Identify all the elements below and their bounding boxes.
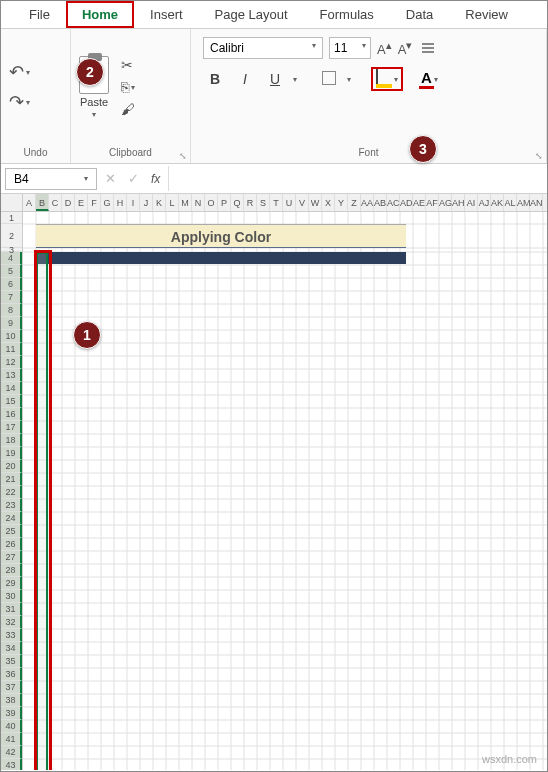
col-header-AN[interactable]: AN — [530, 194, 543, 211]
row-header-40[interactable]: 40 — [1, 720, 22, 733]
undo-button[interactable]: ↶▾ — [9, 61, 30, 83]
col-header-AE[interactable]: AE — [413, 194, 426, 211]
row-header-37[interactable]: 37 — [1, 681, 22, 694]
row-header-7[interactable]: 7 — [1, 291, 22, 304]
row-header-12[interactable]: 12 — [1, 356, 22, 369]
col-header-V[interactable]: V — [296, 194, 309, 211]
col-header-C[interactable]: C — [49, 194, 62, 211]
col-header-AF[interactable]: AF — [426, 194, 439, 211]
row-header-43[interactable]: 43 — [1, 759, 22, 770]
row-header-29[interactable]: 29 — [1, 577, 22, 590]
row-header-1[interactable]: 1 — [1, 212, 22, 224]
row-header-10[interactable]: 10 — [1, 330, 22, 343]
col-header-Y[interactable]: Y — [335, 194, 348, 211]
row-header-4[interactable]: 4 — [1, 252, 22, 265]
dialog-launcher-icon[interactable]: ⤡ — [179, 151, 187, 161]
cut-button[interactable]: ✂ — [121, 57, 135, 73]
row-header-41[interactable]: 41 — [1, 733, 22, 746]
row-header-24[interactable]: 24 — [1, 512, 22, 525]
col-header-H[interactable]: H — [114, 194, 127, 211]
row-header-13[interactable]: 13 — [1, 369, 22, 382]
underline-button[interactable]: U — [263, 71, 287, 87]
row-header-19[interactable]: 19 — [1, 447, 22, 460]
row-header-30[interactable]: 30 — [1, 590, 22, 603]
row-header-18[interactable]: 18 — [1, 434, 22, 447]
row-header-9[interactable]: 9 — [1, 317, 22, 330]
row-header-38[interactable]: 38 — [1, 694, 22, 707]
chevron-down-icon[interactable]: ▾ — [26, 98, 30, 107]
format-painter-button[interactable]: 🖌 — [121, 101, 135, 117]
row-header-25[interactable]: 25 — [1, 525, 22, 538]
col-header-AG[interactable]: AG — [439, 194, 452, 211]
borders-button[interactable] — [317, 71, 341, 88]
title-cell[interactable]: Applying Color — [36, 224, 406, 248]
col-header-AH[interactable]: AH — [452, 194, 465, 211]
row-header-34[interactable]: 34 — [1, 642, 22, 655]
tab-formulas[interactable]: Formulas — [304, 1, 390, 28]
redo-button[interactable]: ↷▾ — [9, 91, 30, 113]
bold-button[interactable]: B — [203, 71, 227, 87]
fx-icon[interactable]: fx — [147, 172, 164, 186]
col-header-R[interactable]: R — [244, 194, 257, 211]
col-header-AD[interactable]: AD — [400, 194, 413, 211]
col-header-AB[interactable]: AB — [374, 194, 387, 211]
col-header-I[interactable]: I — [127, 194, 140, 211]
col-header-AK[interactable]: AK — [491, 194, 504, 211]
row-header-32[interactable]: 32 — [1, 616, 22, 629]
dark-row-cell[interactable] — [36, 252, 406, 264]
row-header-39[interactable]: 39 — [1, 707, 22, 720]
col-header-L[interactable]: L — [166, 194, 179, 211]
col-header-U[interactable]: U — [283, 194, 296, 211]
col-header-M[interactable]: M — [179, 194, 192, 211]
row-header-42[interactable]: 42 — [1, 746, 22, 759]
col-header-T[interactable]: T — [270, 194, 283, 211]
fill-color-button[interactable]: ▾ — [371, 67, 403, 91]
increase-font-button[interactable]: A▴ — [377, 39, 392, 57]
tab-page-layout[interactable]: Page Layout — [199, 1, 304, 28]
decrease-font-button[interactable]: A▾ — [398, 39, 413, 57]
row-header-26[interactable]: 26 — [1, 538, 22, 551]
col-header-J[interactable]: J — [140, 194, 153, 211]
col-header-AL[interactable]: AL — [504, 194, 517, 211]
spreadsheet-grid[interactable]: ABCDEFGHIJKLMNOPQRSTUVWXYZAAABACADAEAFAG… — [1, 194, 547, 770]
col-header-Q[interactable]: Q — [231, 194, 244, 211]
select-all-corner[interactable] — [1, 194, 23, 212]
font-color-button[interactable]: A ▾ — [419, 69, 438, 89]
col-header-E[interactable]: E — [75, 194, 88, 211]
enter-icon[interactable]: ✓ — [124, 171, 143, 186]
col-header-F[interactable]: F — [88, 194, 101, 211]
row-headers[interactable]: 1234567891011121314151617181920212223242… — [1, 212, 23, 770]
row-header-28[interactable]: 28 — [1, 564, 22, 577]
row-header-21[interactable]: 21 — [1, 473, 22, 486]
col-header-K[interactable]: K — [153, 194, 166, 211]
formula-bar[interactable] — [168, 166, 543, 191]
col-header-G[interactable]: G — [101, 194, 114, 211]
cells-area[interactable]: Applying Color — [23, 212, 547, 770]
col-header-AM[interactable]: AM — [517, 194, 530, 211]
chevron-down-icon[interactable]: ▾ — [26, 68, 30, 77]
row-header-31[interactable]: 31 — [1, 603, 22, 616]
row-header-33[interactable]: 33 — [1, 629, 22, 642]
italic-button[interactable]: I — [233, 71, 257, 87]
col-header-B[interactable]: B — [36, 194, 49, 211]
row-header-17[interactable]: 17 — [1, 421, 22, 434]
chevron-down-icon[interactable]: ▾ — [92, 110, 96, 119]
row-header-20[interactable]: 20 — [1, 460, 22, 473]
chevron-down-icon[interactable]: ▾ — [434, 75, 438, 84]
row-header-11[interactable]: 11 — [1, 343, 22, 356]
chevron-down-icon[interactable]: ▾ — [394, 75, 398, 84]
cancel-icon[interactable]: ✕ — [101, 171, 120, 186]
col-header-AI[interactable]: AI — [465, 194, 478, 211]
col-header-Z[interactable]: Z — [348, 194, 361, 211]
row-header-5[interactable]: 5 — [1, 265, 22, 278]
col-header-D[interactable]: D — [62, 194, 75, 211]
tab-review[interactable]: Review — [449, 1, 524, 28]
col-header-AC[interactable]: AC — [387, 194, 400, 211]
tab-file[interactable]: File — [13, 1, 66, 28]
tab-insert[interactable]: Insert — [134, 1, 199, 28]
col-header-A[interactable]: A — [23, 194, 36, 211]
name-box[interactable]: B4▾ — [5, 168, 97, 190]
col-header-AJ[interactable]: AJ — [478, 194, 491, 211]
col-header-N[interactable]: N — [192, 194, 205, 211]
tab-data[interactable]: Data — [390, 1, 449, 28]
